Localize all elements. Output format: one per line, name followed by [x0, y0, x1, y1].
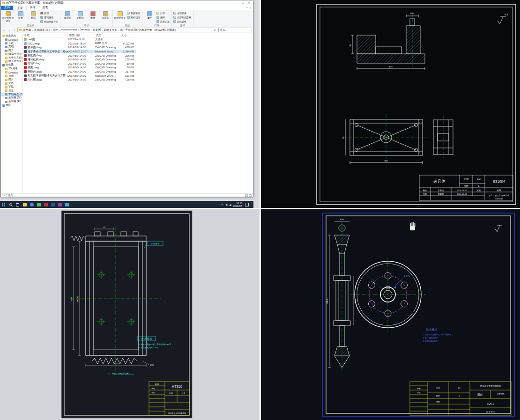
ribbon-tab[interactable]: 共享 [27, 6, 39, 10]
forward-icon[interactable]: → [7, 29, 11, 32]
nav-item[interactable]: 3D 对象 [1, 67, 22, 71]
network-icon[interactable]: ◢ [229, 203, 231, 206]
nav-item[interactable]: 下载 [1, 85, 22, 89]
nav-item[interactable]: 大学生方程式赛车 [1, 56, 22, 60]
search-button[interactable] [7, 201, 14, 208]
back-icon[interactable]: ← [2, 29, 6, 32]
task-view-button[interactable] [14, 201, 21, 208]
ribbon-button[interactable]: 粘贴快捷方式 [40, 19, 59, 23]
ribbon-button[interactable]: 编辑 [156, 15, 171, 19]
file-row[interactable]: 升降台.dwg 2014/6/9 14:09 ZWCAD Drawing 357… [23, 70, 136, 74]
ime-indicator[interactable]: 中 [221, 203, 224, 206]
taskbar-app-button[interactable] [49, 201, 56, 208]
details-view-icon[interactable] [245, 194, 248, 197]
ribbon-button[interactable]: 复制路径 [40, 15, 59, 19]
nav-item[interactable]: 此电脑 [1, 63, 22, 67]
nav-item[interactable]: 视频 [1, 74, 22, 78]
nav-item[interactable]: 音乐 [1, 89, 22, 93]
ribbon-button[interactable]: 移动到 [61, 11, 74, 23]
nav-item[interactable]: 新加卷 (E:) [1, 100, 22, 103]
ribbon-button[interactable]: 重命名 [99, 11, 111, 23]
ribbon-button[interactable]: 反向选择 [173, 19, 192, 23]
breadcrumb-segment[interactable]: 本地磁盘 (C:) [33, 28, 52, 32]
breadcrumb-segment[interactable]: 外卖图 [92, 28, 103, 32]
nav-item[interactable]: 05级毕业论文 [1, 52, 22, 56]
ribbon-button[interactable]: 新建文件夹 [114, 11, 126, 23]
maximize-button[interactable]: □ [240, 0, 246, 6]
nav-item[interactable]: 下载 [1, 42, 22, 45]
nav-item[interactable]: Desktop [1, 71, 22, 74]
ribbon-button[interactable]: 历史记录 [156, 19, 171, 23]
breadcrumb-segment[interactable]: 新建文件夹 [103, 28, 119, 32]
address-breadcrumb[interactable]: 此电脑本地磁盘 (C:)用户AdministratorDesktop外卖图新建文… [17, 28, 217, 32]
breadcrumb-segment[interactable]: Administrator [60, 28, 79, 32]
column-header-date[interactable]: 修改日期 [68, 33, 95, 37]
minimize-button[interactable]: — [234, 0, 240, 6]
ribbon-collapse-icon[interactable]: ^ [246, 7, 248, 9]
breadcrumb-segment[interactable]: 用户 [52, 28, 61, 32]
taskbar-app-button[interactable] [21, 201, 28, 208]
nav-item[interactable]: 文档 [1, 81, 22, 85]
volume-icon[interactable]: ◀ [225, 203, 227, 206]
ribbon-button[interactable]: 复制到 [74, 11, 86, 23]
refresh-icon[interactable]: ↻ [214, 29, 216, 32]
hidden-icons-chevron[interactable]: ^ [218, 203, 219, 206]
nav-item[interactable]: 网上优秀文章 [1, 60, 22, 64]
ribbon-tab[interactable]: 主页 [13, 6, 26, 10]
file-row[interactable]: cad图 2021/3/4 9:18 文件夹 [23, 37, 136, 42]
close-button[interactable]: × [246, 0, 252, 6]
thumbnail-view-icon[interactable] [249, 194, 252, 197]
ribbon-button[interactable]: 属性 [143, 11, 156, 23]
quadrant-file-explorer: 地下干停式双柱汽车举升车（绘cad图+文翻译） — □ × ^ ? 文件主页共享… [0, 0, 260, 208]
column-header-name[interactable]: 名称 [23, 33, 68, 37]
clock[interactable]: 16:18 2021/3/8 [233, 202, 242, 207]
breadcrumb-segment[interactable]: Desktop [79, 28, 92, 32]
start-button[interactable] [0, 201, 7, 208]
ribbon-button[interactable]: 固定到快速访问 [2, 11, 14, 23]
file-row[interactable]: 立柱图.dwg 2014/6/9 14:09 ZWCAD Drawing 728… [23, 78, 136, 82]
nav-item[interactable]: 新加卷 (D:) [1, 96, 22, 100]
file-row[interactable]: 梯图.dwg 2014/6/9 14:09 ZWCAD Drawing 78 K… [23, 66, 136, 70]
file-row[interactable]: 外文技术资料翻译夹具设计方案（中-英文... 2014/6/9 14:09 Mi… [23, 74, 136, 78]
file-row[interactable]: 0001.bmp 2021/3/8 18:03 BMP 文件 8,112 KB [23, 42, 136, 46]
help-icon[interactable]: ? [250, 7, 251, 9]
file-row[interactable]: 螺杆机构.dwg 2014/6/9 14:08 ZWCAD Drawing 22… [23, 58, 136, 62]
up-icon[interactable]: ↑ [12, 29, 16, 32]
ribbon-button[interactable]: 剪切 [40, 11, 59, 15]
column-header-size[interactable]: 大小 [120, 33, 135, 37]
breadcrumb-segment[interactable]: 此电脑 [22, 28, 33, 32]
nav-item[interactable]: 图片 [1, 49, 22, 52]
ribbon-button[interactable]: 新建项目 [126, 11, 141, 15]
taskbar-app-button[interactable] [35, 201, 42, 208]
ribbon-button[interactable]: 轻松访问 [126, 15, 141, 19]
show-desktop-button[interactable] [252, 201, 253, 208]
action-center-icon[interactable] [245, 203, 249, 206]
ribbon-tab[interactable]: 查看 [39, 6, 51, 10]
search-input[interactable] [220, 29, 251, 31]
nav-item[interactable]: 本地磁盘 (C:) [1, 93, 22, 96]
search-box[interactable] [218, 28, 252, 32]
taskbar-app-button[interactable] [28, 201, 35, 208]
nav-item[interactable]: Desktop [1, 38, 22, 42]
breadcrumb-segment[interactable]: 地下干停式双柱汽车举升车（绘cad图+文翻译） [119, 28, 179, 32]
nav-item[interactable]: 快速访问 [1, 34, 22, 38]
ribbon-button[interactable]: 粘贴 [27, 11, 39, 23]
file-row[interactable]: 滑轮2.dwg 2014/6/9 14:09 ZWCAD Drawing 50 … [23, 62, 136, 66]
file-row[interactable]: 装配图.dwg 2014/6/9 14:09 ZWCAD Drawing 206… [23, 53, 136, 58]
taskbar-app-button[interactable] [63, 201, 70, 208]
column-header-type[interactable]: 类型 [95, 33, 120, 37]
nav-item[interactable]: 文档 [1, 45, 22, 49]
file-row[interactable]: 箱体图.dwg 2014/6/9 14:08 ZWCAD Drawing 419… [23, 45, 136, 50]
ribbon-button[interactable]: 打开 [156, 11, 171, 15]
file-row[interactable]: 地下干停式双柱汽车举升车（绘cad图+... 2014/6/27 12:07 M… [23, 50, 136, 54]
ribbon-button[interactable]: 全部取消选择 [173, 15, 192, 19]
taskbar-app-button[interactable] [42, 201, 49, 208]
nav-item[interactable]: 图片 [1, 78, 22, 82]
breadcrumb: 此电脑本地磁盘 (C:)用户AdministratorDesktop外卖图新建文… [22, 28, 213, 32]
ribbon-button[interactable]: 复制 [15, 11, 27, 23]
nav-item[interactable]: 网络 [1, 103, 22, 107]
ribbon-button[interactable]: 全部选择 [173, 11, 192, 15]
ribbon-button[interactable]: 删除 [87, 11, 99, 23]
ribbon-tab[interactable]: 文件 [1, 6, 13, 10]
taskbar-app-button[interactable] [56, 201, 63, 208]
